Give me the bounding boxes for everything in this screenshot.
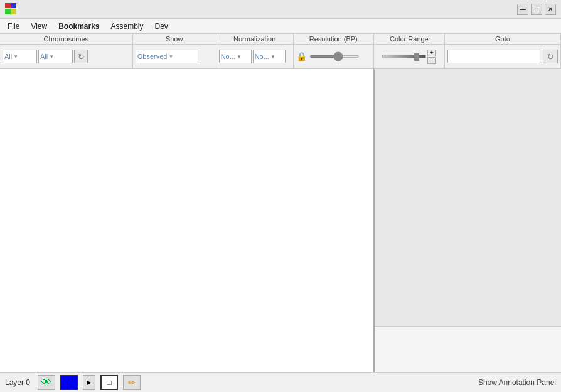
pencil-icon: ✏ — [128, 378, 136, 388]
resolution-group: Resolution (BP) 🔒 — [294, 34, 374, 68]
title-bar-left — [5, 3, 18, 16]
menu-view[interactable]: View — [26, 21, 52, 32]
annotation-bar: Layer 0 👁 ▶ □ ✏ Show Annotation Panel — [0, 372, 561, 392]
square-icon: □ — [107, 378, 111, 387]
title-bar-controls: — □ ✕ — [517, 4, 556, 15]
square-button[interactable]: □ — [100, 375, 118, 390]
chr2-arrow: ▼ — [49, 54, 54, 60]
resolution-slider-wrap: 🔒 — [296, 51, 360, 61]
resolution-body: 🔒 — [294, 45, 373, 68]
triangle-icon: ▶ — [87, 379, 92, 386]
right-panel — [375, 69, 561, 372]
show-header: Show — [133, 34, 216, 45]
menu-bar: File View Bookmarks Assembly Dev — [0, 19, 561, 34]
toolbar: Chromosomes All ▼ All ▼ ↻ Show Observed … — [0, 34, 561, 69]
norm1-value: No... — [221, 53, 235, 60]
right-bottom-panel — [375, 326, 561, 372]
title-bar: — □ ✕ — [0, 0, 561, 19]
goto-header: Goto — [445, 34, 560, 45]
show-annotation-label: Show Annotation Panel — [478, 378, 556, 387]
eye-button[interactable]: 👁 — [38, 375, 55, 390]
norm2-dropdown[interactable]: No... ▼ — [253, 50, 286, 63]
colorrange-track — [382, 55, 426, 58]
goto-body: ↻ — [445, 45, 560, 68]
normalization-header: Normalization — [216, 34, 293, 45]
goto-input[interactable] — [447, 50, 540, 63]
show-body: Observed ▼ — [133, 45, 216, 68]
chr2-value: All — [40, 53, 48, 60]
maximize-button[interactable]: □ — [531, 4, 542, 15]
colorrange-row1: + − — [382, 50, 436, 64]
show-dropdown[interactable]: Observed ▼ — [136, 50, 198, 63]
chr1-dropdown[interactable]: All ▼ — [3, 50, 37, 63]
show-arrow: ▼ — [168, 54, 173, 60]
app-icon — [5, 3, 18, 16]
chromosomes-body: All ▼ All ▼ ↻ — [0, 45, 132, 68]
norm2-arrow: ▼ — [270, 54, 275, 60]
close-button[interactable]: ✕ — [545, 4, 556, 15]
menu-dev[interactable]: Dev — [150, 21, 173, 32]
chr2-dropdown[interactable]: All ▼ — [38, 50, 73, 63]
plus-minus-col: + − — [427, 50, 436, 64]
menu-file[interactable]: File — [3, 21, 24, 32]
pencil-button[interactable]: ✏ — [123, 375, 141, 390]
goto-refresh-button[interactable]: ↻ — [543, 50, 558, 63]
color-swatch[interactable] — [60, 375, 78, 390]
colorrange-thumb[interactable] — [414, 53, 419, 61]
menu-assembly[interactable]: Assembly — [106, 21, 149, 32]
colorrange-group: Color Range + − — [374, 34, 445, 68]
triangle-button[interactable]: ▶ — [83, 375, 95, 390]
main-area — [0, 69, 561, 372]
show-value: Observed — [137, 53, 168, 60]
right-top-panel — [375, 69, 561, 326]
normalization-group: Normalization No... ▼ No... ▼ — [216, 34, 294, 68]
resolution-slider[interactable] — [309, 55, 360, 58]
colorrange-plus-button[interactable]: + — [427, 50, 436, 56]
norm1-arrow: ▼ — [237, 54, 242, 60]
goto-group: Goto ↻ — [445, 34, 561, 68]
normalization-body: No... ▼ No... ▼ — [216, 45, 293, 68]
minimize-button[interactable]: — — [517, 4, 528, 15]
chromosomes-group: Chromosomes All ▼ All ▼ ↻ — [0, 34, 133, 68]
chr1-value: All — [4, 53, 12, 60]
resolution-lock-icon[interactable]: 🔒 — [296, 51, 307, 61]
left-panel — [0, 69, 375, 372]
eye-icon: 👁 — [41, 377, 51, 388]
colorrange-body: + − — [374, 45, 444, 68]
norm1-dropdown[interactable]: No... ▼ — [219, 50, 252, 63]
colorrange-header: Color Range — [374, 34, 444, 45]
chromosomes-refresh-button[interactable]: ↻ — [74, 50, 88, 63]
chromosomes-header: Chromosomes — [0, 34, 132, 45]
menu-bookmarks[interactable]: Bookmarks — [53, 21, 104, 32]
chr1-arrow: ▼ — [13, 54, 18, 60]
resolution-header: Resolution (BP) — [294, 34, 373, 45]
colorrange-minus-button[interactable]: − — [427, 57, 436, 64]
norm2-value: No... — [255, 53, 269, 60]
show-group: Show Observed ▼ — [133, 34, 216, 68]
layer-label: Layer 0 — [5, 378, 30, 387]
